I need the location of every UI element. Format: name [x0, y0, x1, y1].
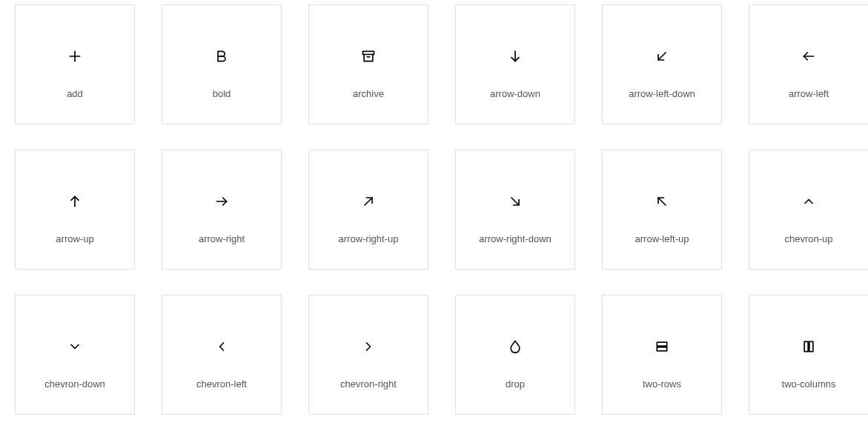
- chevron-left-icon: [214, 321, 229, 372]
- svg-line-11: [658, 198, 666, 205]
- icon-label: arrow-left-up: [635, 233, 689, 244]
- arrow-left-up-icon: [655, 176, 669, 227]
- icon-card-arrow-left-up[interactable]: arrow-left-up: [602, 150, 722, 270]
- icon-card-arrow-left-down[interactable]: arrow-left-down: [602, 4, 722, 124]
- icon-label: arrow-up: [56, 233, 93, 244]
- icon-card-arrow-left[interactable]: arrow-left: [749, 4, 868, 124]
- archive-icon: [361, 30, 376, 82]
- icon-card-arrow-right-up[interactable]: arrow-right-up: [308, 150, 428, 270]
- icon-label: arrow-right-down: [479, 233, 551, 244]
- icon-card-bold[interactable]: bold: [162, 4, 282, 124]
- arrow-left-icon: [801, 30, 816, 82]
- icon-label: chevron-up: [784, 233, 832, 244]
- icon-card-archive[interactable]: archive: [308, 4, 428, 124]
- svg-rect-2: [363, 51, 374, 54]
- icon-label: two-columns: [782, 378, 836, 390]
- arrow-right-down-icon: [508, 176, 523, 227]
- icon-label: archive: [353, 88, 384, 99]
- icon-label: arrow-right-up: [339, 233, 399, 244]
- icon-label: two-rows: [643, 378, 681, 390]
- icon-label: add: [67, 88, 83, 99]
- arrow-right-up-icon: [361, 176, 376, 227]
- icon-label: chevron-left: [196, 378, 247, 390]
- icon-card-chevron-up[interactable]: chevron-up: [749, 150, 868, 270]
- icon-card-chevron-right[interactable]: chevron-right: [308, 295, 428, 415]
- icon-label: chevron-down: [44, 378, 105, 390]
- two-columns-icon: [801, 321, 816, 372]
- add-icon: [67, 30, 82, 82]
- icon-label: arrow-left: [789, 88, 829, 99]
- icon-label: arrow-right: [199, 233, 245, 244]
- svg-line-10: [511, 198, 519, 205]
- svg-rect-15: [809, 341, 813, 351]
- arrow-up-icon: [67, 176, 82, 227]
- svg-rect-13: [657, 347, 666, 350]
- icon-card-arrow-right[interactable]: arrow-right: [162, 150, 282, 270]
- icon-label: arrow-down: [490, 88, 540, 99]
- drop-icon: [508, 321, 523, 372]
- svg-line-9: [365, 198, 372, 205]
- svg-rect-12: [657, 342, 666, 346]
- bold-icon: [214, 30, 229, 82]
- svg-line-5: [658, 53, 666, 60]
- icon-card-chevron-left[interactable]: chevron-left: [162, 295, 282, 415]
- icon-label: bold: [213, 88, 231, 99]
- icon-label: drop: [506, 378, 525, 390]
- two-rows-icon: [655, 321, 669, 372]
- arrow-right-icon: [214, 176, 229, 227]
- icon-card-chevron-down[interactable]: chevron-down: [15, 295, 135, 415]
- chevron-up-icon: [801, 176, 816, 227]
- icon-card-two-rows[interactable]: two-rows: [602, 295, 722, 415]
- icon-card-drop[interactable]: drop: [455, 295, 575, 415]
- icon-label: arrow-left-down: [629, 88, 695, 99]
- chevron-right-icon: [361, 321, 376, 372]
- chevron-down-icon: [67, 321, 82, 372]
- icon-label: chevron-right: [340, 378, 397, 390]
- arrow-down-icon: [508, 30, 523, 82]
- icon-card-arrow-right-down[interactable]: arrow-right-down: [455, 150, 575, 270]
- svg-rect-14: [804, 341, 808, 351]
- icon-card-arrow-down[interactable]: arrow-down: [455, 4, 575, 124]
- icon-card-two-columns[interactable]: two-columns: [749, 295, 868, 415]
- icon-card-add[interactable]: add: [15, 4, 135, 124]
- icon-grid: add bold archive arrow-down arrow-left-d…: [15, 4, 853, 415]
- icon-card-arrow-up[interactable]: arrow-up: [15, 150, 135, 270]
- arrow-left-down-icon: [655, 30, 669, 82]
